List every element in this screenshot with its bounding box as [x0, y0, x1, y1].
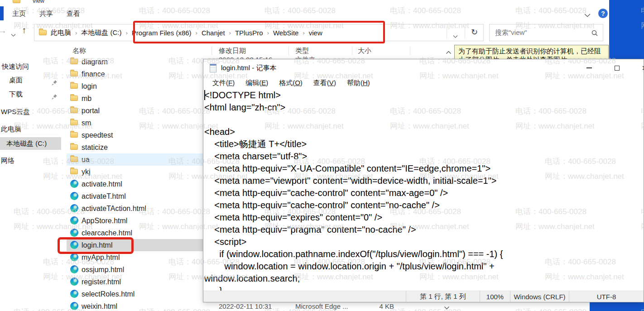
folder-icon: [70, 96, 78, 101]
divider: [465, 27, 465, 39]
file-name: login.html: [82, 239, 112, 251]
refresh-icon[interactable]: ↻: [471, 27, 478, 37]
code-line: if (window.location.pathname.indexOf("/t…: [204, 248, 644, 260]
recent-locations-chevron-icon[interactable]: [11, 30, 16, 38]
notepad-text-area[interactable]: <!DOCTYPE html><html lang="zh-cn"> <head…: [204, 89, 644, 291]
breadcrumb-item[interactable]: WebSite: [271, 29, 301, 37]
file-date: 2022-02-11 10:31: [219, 302, 272, 311]
code-line: <meta http-equiv="cache-control" content…: [204, 187, 644, 199]
sidebar-item-quick-access[interactable]: 快速访问: [0, 60, 61, 73]
file-menu-button[interactable]: [0, 6, 4, 20]
maximize-button[interactable]: [606, 59, 627, 77]
file-size: 4 KB: [349, 302, 394, 311]
notepad-menubar: 文件(F)编辑(E)格式(O)查看(V)帮助(H): [207, 77, 375, 89]
file-name: sm: [82, 117, 91, 129]
folder-icon: [70, 108, 78, 113]
divider: [288, 46, 289, 55]
file-name: register.html: [82, 276, 121, 288]
file-name: myApp.html: [82, 251, 120, 263]
file-name: activateT.html: [82, 190, 126, 202]
file-name: diagram: [82, 56, 108, 68]
search-text: 搜索"view": [495, 29, 527, 37]
edge-icon: [70, 265, 78, 273]
edge-icon: [70, 253, 78, 261]
file-name: activate.html: [82, 178, 122, 190]
code-line: window.location = window.location.origin…: [204, 260, 644, 273]
breadcrumb-item[interactable]: 本地磁盘 (C:): [79, 29, 124, 37]
file-name: activateTAction.html: [82, 202, 146, 215]
edge-icon: [70, 229, 78, 237]
sidebar-item-network[interactable]: 网络: [0, 154, 61, 167]
background-window[interactable]: [609, 0, 644, 59]
tooltip-line1: 为了有助于防止发送者识别你的计算机，已经阻: [458, 47, 605, 55]
code-line: <meta http-equiv="expires" content="0" /…: [204, 211, 644, 224]
minimize-button[interactable]: [579, 59, 600, 77]
file-name: clearcache.html: [82, 227, 132, 239]
ribbon-collapse-icon[interactable]: [584, 11, 591, 19]
sidebar-item-label: WPS云盘: [1, 108, 30, 115]
breadcrumb-item[interactable]: TPlusPro: [233, 29, 265, 37]
breadcrumb-item[interactable]: Program Files (x86): [130, 29, 194, 37]
folder-icon: [70, 144, 78, 150]
help-icon[interactable]: ?: [598, 9, 608, 18]
column-header-date[interactable]: 修改日期: [219, 47, 246, 55]
sidebar-item-label: 本地磁盘 (C:): [6, 139, 47, 147]
tab-view[interactable]: 查看: [67, 10, 80, 18]
sidebar-item-desktop[interactable]: 桌面: [0, 74, 61, 86]
sidebar-item-downloads[interactable]: 下载: [0, 88, 61, 100]
column-header-name[interactable]: 名称: [72, 47, 86, 55]
search-input[interactable]: 搜索"view": [489, 24, 603, 41]
folder-icon: [70, 71, 78, 77]
breadcrumb-separator-icon: ›: [124, 29, 130, 36]
forward-icon[interactable]: →: [0, 25, 7, 36]
code-line: <script>: [204, 236, 644, 248]
window-title: view: [33, 0, 44, 4]
watermark-text: 电话：400-665-0028: [139, 5, 210, 16]
search-icon[interactable]: [591, 29, 598, 38]
code-line: <html lang="zh-cn">: [204, 101, 644, 114]
code-line: <meta name="viewport" content="width=dev…: [204, 175, 644, 187]
breadcrumb-item[interactable]: 此电脑: [48, 29, 73, 37]
code-line: <title>畅捷通 T+</title>: [204, 138, 644, 150]
divider: [410, 46, 410, 55]
notepad-titlebar[interactable]: login.html - 记事本: [203, 59, 644, 77]
up-icon[interactable]: ↑: [22, 25, 26, 35]
scrollbar-up-icon[interactable]: [446, 48, 452, 56]
breadcrumb-item[interactable]: view: [307, 29, 325, 37]
breadcrumb-item[interactable]: Chanjet: [199, 29, 227, 37]
text-caret: [204, 90, 205, 100]
file-name: login: [82, 80, 97, 92]
ribbon-tabs: 主页共享查看: [12, 10, 80, 18]
file-name: AppStore.html: [82, 215, 127, 227]
column-header-size[interactable]: 大小: [358, 47, 371, 55]
sidebar-item-wps-cloud[interactable]: WPS云盘: [0, 105, 61, 118]
divider: [352, 46, 352, 55]
close-button[interactable]: ×: [634, 59, 644, 77]
folder-icon: [70, 83, 78, 89]
folder-icon: [70, 59, 78, 64]
edge-icon: [70, 204, 78, 212]
menu-help[interactable]: 帮助(H): [341, 77, 375, 89]
menu-view[interactable]: 查看(V): [308, 77, 341, 89]
tab-share[interactable]: 共享: [39, 10, 53, 18]
edge-icon: [70, 290, 78, 298]
notepad-window: login.html - 记事本 × 文件(F)编辑(E)格式(O)查看(V)帮…: [203, 59, 644, 302]
file-name: finance: [82, 68, 105, 80]
menu-file[interactable]: 文件(F): [207, 77, 240, 89]
edge-icon: [70, 216, 78, 225]
code-line: <head>: [204, 126, 644, 138]
menu-format[interactable]: 格式(O): [274, 77, 308, 89]
sidebar-item-label: 快速访问: [2, 62, 29, 70]
watermark-text: 电话：400-665-0028: [515, 5, 586, 16]
sidebar-item-local-disk-c[interactable]: 本地磁盘 (C:): [0, 137, 61, 150]
address-bar[interactable]: 此电脑›本地磁盘 (C:)›Program Files (x86)›Chanje…: [34, 24, 484, 41]
tab-home[interactable]: 主页: [12, 10, 26, 18]
background-window-bottom[interactable]: [590, 302, 644, 311]
file-name: ua: [82, 153, 90, 166]
watermark-text: 电话：400-665-0028: [264, 5, 336, 16]
column-header-type[interactable]: 类型: [295, 47, 309, 55]
menu-edit[interactable]: 编辑(E): [240, 77, 274, 89]
sidebar-item-this-pc[interactable]: 此电脑: [0, 123, 61, 135]
address-dropdown-chevron-icon[interactable]: [453, 32, 458, 40]
desktop-screen: view 主页共享查看 ? → ↑ 此电脑›本地磁盘 (C:)›Program …: [0, 0, 644, 311]
